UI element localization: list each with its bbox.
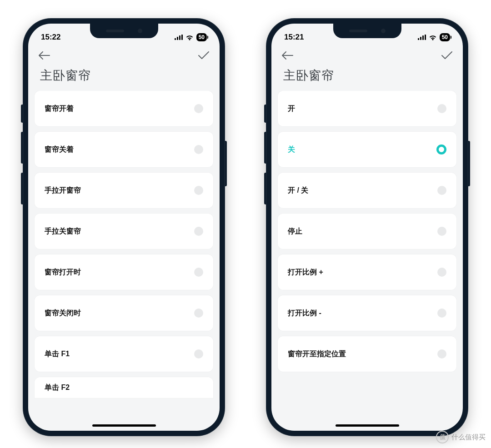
svg-rect-3 xyxy=(181,35,183,40)
list-item[interactable]: 窗帘打开时 xyxy=(35,254,213,290)
screen-right: 15:21 50 主卧窗帘 xyxy=(271,24,463,431)
radio-icon[interactable] xyxy=(194,309,203,318)
status-icons: 50 xyxy=(175,33,207,41)
screen-left: 15:22 50 主卧窗帘 xyxy=(28,24,220,431)
wifi-icon xyxy=(185,35,194,40)
list-item-label: 手拉关窗帘 xyxy=(45,227,81,236)
status-time: 15:21 xyxy=(284,33,304,42)
radio-icon[interactable] xyxy=(437,268,446,277)
list-item[interactable]: 窗帘关闭时 xyxy=(35,295,213,331)
list-item[interactable]: 打开比例 + xyxy=(278,254,456,290)
wifi-icon xyxy=(429,35,437,40)
confirm-button[interactable] xyxy=(198,51,210,60)
phone-right: 15:21 50 主卧窗帘 xyxy=(266,18,468,436)
watermark-logo-icon: 值 xyxy=(436,431,449,443)
svg-rect-2 xyxy=(179,35,180,40)
list-item-label: 窗帘打开时 xyxy=(45,268,81,277)
radio-icon[interactable] xyxy=(194,186,203,195)
list-item-label: 打开比例 - xyxy=(288,309,321,318)
list-item[interactable]: 手拉开窗帘 xyxy=(35,173,213,208)
notch xyxy=(90,24,158,38)
list-item-label: 关 xyxy=(288,145,295,154)
notch xyxy=(333,24,401,38)
radio-icon[interactable] xyxy=(437,227,446,236)
radio-icon[interactable] xyxy=(194,349,203,358)
list-item[interactable]: 关 xyxy=(278,132,456,167)
watermark: 值 什么值得买 xyxy=(436,431,486,443)
list-item-label: 窗帘开着 xyxy=(45,104,74,114)
list-item-label: 手拉开窗帘 xyxy=(45,186,81,195)
battery-icon: 50 xyxy=(196,33,207,41)
page-title: 主卧窗帘 xyxy=(271,65,463,91)
radio-icon[interactable] xyxy=(437,349,446,358)
list-item-label: 窗帘关着 xyxy=(45,145,74,154)
home-indicator[interactable] xyxy=(92,424,156,427)
home-indicator[interactable] xyxy=(336,424,399,427)
list-item-label: 打开比例 + xyxy=(288,268,323,277)
list-item[interactable]: 单击 F2 xyxy=(35,377,213,398)
list-item-label: 单击 F1 xyxy=(45,349,70,359)
back-button[interactable] xyxy=(281,51,293,60)
radio-icon[interactable] xyxy=(437,104,446,113)
list-item-label: 窗帘开至指定位置 xyxy=(288,349,346,359)
status-icons: 50 xyxy=(418,33,450,41)
phone-left: 15:22 50 主卧窗帘 xyxy=(23,18,225,436)
battery-icon: 50 xyxy=(440,33,450,41)
radio-icon[interactable] xyxy=(194,104,203,113)
radio-icon-selected[interactable] xyxy=(436,144,446,154)
svg-rect-6 xyxy=(422,35,424,40)
list-item[interactable]: 窗帘开着 xyxy=(35,91,213,126)
nav-bar xyxy=(271,45,463,65)
svg-rect-5 xyxy=(420,37,421,40)
svg-rect-4 xyxy=(418,38,419,40)
radio-icon[interactable] xyxy=(437,309,446,318)
nav-bar xyxy=(28,45,220,65)
status-time: 15:22 xyxy=(41,33,60,42)
list-item[interactable]: 开 / 关 xyxy=(278,173,456,208)
radio-icon[interactable] xyxy=(194,227,203,236)
option-list-left[interactable]: 窗帘开着 窗帘关着 手拉开窗帘 手拉关窗帘 窗帘打开时 窗帘关闭时 单击 F1 … xyxy=(28,91,220,421)
list-item[interactable]: 手拉关窗帘 xyxy=(35,214,213,249)
option-list-right[interactable]: 开 关 开 / 关 停止 打开比例 + 打开比例 - 窗帘开至指定位置 xyxy=(271,91,463,421)
list-item[interactable]: 停止 xyxy=(278,214,456,249)
cellular-icon xyxy=(175,35,183,40)
list-item[interactable]: 开 xyxy=(278,91,456,126)
list-item[interactable]: 窗帘关着 xyxy=(35,132,213,167)
list-item-label: 窗帘关闭时 xyxy=(45,309,81,318)
svg-rect-0 xyxy=(175,38,176,40)
page-title: 主卧窗帘 xyxy=(28,65,220,91)
list-item-label: 开 / 关 xyxy=(288,186,308,195)
radio-icon[interactable] xyxy=(194,145,203,154)
watermark-text: 什么值得买 xyxy=(451,433,486,442)
svg-rect-1 xyxy=(177,37,178,40)
list-item[interactable]: 打开比例 - xyxy=(278,295,456,331)
list-item-label: 开 xyxy=(288,104,295,114)
list-item[interactable]: 单击 F1 xyxy=(35,336,213,372)
list-item-label: 停止 xyxy=(288,227,302,236)
list-item[interactable]: 窗帘开至指定位置 xyxy=(278,336,456,372)
cellular-icon xyxy=(418,35,426,40)
list-item-label: 单击 F2 xyxy=(45,383,70,393)
confirm-button[interactable] xyxy=(441,51,453,60)
radio-icon[interactable] xyxy=(437,186,446,195)
back-button[interactable] xyxy=(38,51,50,60)
radio-icon[interactable] xyxy=(194,268,203,277)
svg-rect-7 xyxy=(425,35,426,40)
